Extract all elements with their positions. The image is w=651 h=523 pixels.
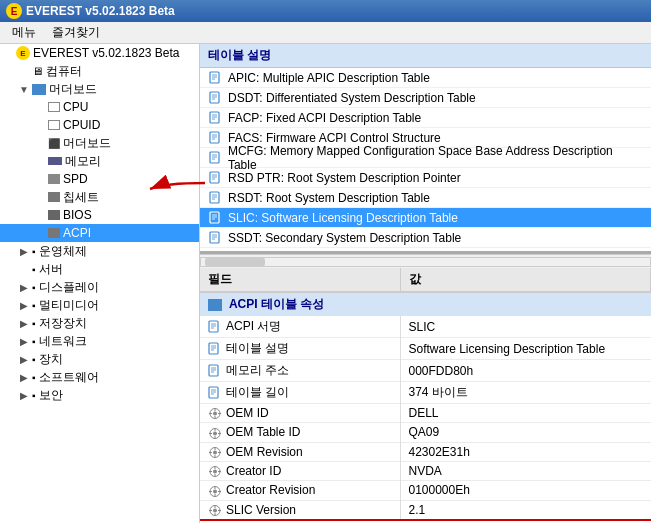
tree-label-os: 운영체제 (39, 243, 87, 260)
prop-field-oem-revision: OEM Revision (200, 442, 400, 461)
tree-item-os[interactable]: ▶▪운영체제 (0, 242, 199, 260)
properties-table: 필드 값 ACPI 테이블 속성 ACPI 서명 SLIC 테이블 (200, 268, 651, 521)
tree-item-multimedia[interactable]: ▶▪멀티미디어 (0, 296, 199, 314)
tree-item-motherboard-root[interactable]: ▼머더보드 (0, 80, 199, 98)
tree-item-display[interactable]: ▶▪디스플레이 (0, 278, 199, 296)
doc-icon (208, 91, 224, 105)
table-list-item-ssdt[interactable]: SSDT: Secondary System Description Table (200, 228, 651, 248)
prop-value-oem-id: DELL (400, 404, 651, 423)
doc-icon (208, 111, 224, 125)
table-list-item-label: FACP: Fixed ACPI Description Table (228, 111, 421, 125)
title-text: EVEREST v5.02.1823 Beta (26, 4, 175, 18)
tree-label-computer: 컴퓨터 (46, 63, 82, 80)
tree-item-server[interactable]: ▪서버 (0, 260, 199, 278)
tree-label-chipset: 칩세트 (63, 189, 99, 206)
table-list-item-label: APIC: Multiple APIC Description Table (228, 71, 430, 85)
prop-row-slic-version[interactable]: SLIC Version 2.1 (200, 500, 651, 520)
tree-item-bios[interactable]: BIOS (0, 206, 199, 224)
prop-field-table-len: 테이블 길이 (200, 382, 400, 404)
table-list-item-label: SLIC: Software Licensing Description Tab… (228, 211, 458, 225)
prop-row-creator-id[interactable]: Creator ID NVDA (200, 461, 651, 480)
tree-item-cpu[interactable]: CPU (0, 98, 199, 116)
tree-item-acpi[interactable]: ACPI (0, 224, 199, 242)
prop-value-table-len: 374 바이트 (400, 382, 651, 404)
doc-icon (208, 191, 224, 205)
prop-row-oem-revision[interactable]: OEM Revision 42302E31h (200, 442, 651, 461)
prop-row-oem-id[interactable]: OEM ID DELL (200, 404, 651, 423)
tree-label-memory: 메모리 (65, 153, 101, 170)
prop-row-acpi-sig[interactable]: ACPI 서명 SLIC (200, 316, 651, 338)
left-tree-panel: EEVEREST v5.02.1823 Beta🖥컴퓨터▼머더보드CPUCPUI… (0, 44, 200, 523)
tree-label-motherboard: 머더보드 (63, 135, 111, 152)
prop-field-mem-addr: 메모리 주소 (200, 360, 400, 382)
tree-label-device: 장치 (39, 351, 63, 368)
prop-row-table-len[interactable]: 테이블 길이 374 바이트 (200, 382, 651, 404)
tree-label-multimedia: 멀티미디어 (39, 297, 99, 314)
table-list-item-label: DSDT: Differentiated System Description … (228, 91, 476, 105)
prop-value-creator-id: NVDA (400, 461, 651, 480)
tree-toggle-security: ▶ (16, 390, 32, 401)
table-list-item-mcfg[interactable]: MCFG: Memory Mapped Configuration Space … (200, 148, 651, 168)
prop-row-creator-revision[interactable]: Creator Revision 0100000Eh (200, 481, 651, 500)
tree-item-security[interactable]: ▶▪보안 (0, 386, 199, 404)
table-list-item-slic[interactable]: SLIC: Software Licensing Description Tab… (200, 208, 651, 228)
svg-rect-8 (210, 112, 219, 123)
prop-row-oem-table-id[interactable]: OEM Table ID QA09 (200, 423, 651, 442)
horizontal-scrollbar[interactable] (200, 254, 651, 268)
tree-item-computer[interactable]: 🖥컴퓨터 (0, 62, 199, 80)
prop-value-slic-version: 2.1 (400, 500, 651, 520)
tree-item-cpuid[interactable]: CPUID (0, 116, 199, 134)
prop-value-mem-addr: 000FDD80h (400, 360, 651, 382)
tree-item-software[interactable]: ▶▪소프트웨어 (0, 368, 199, 386)
doc-icon (208, 211, 224, 225)
doc-icon (208, 71, 224, 85)
prop-field-slic-version: SLIC Version (200, 500, 400, 520)
tree-item-device[interactable]: ▶▪장치 (0, 350, 199, 368)
tree-label-software: 소프트웨어 (39, 369, 99, 386)
tree-item-motherboard[interactable]: ⬛머더보드 (0, 134, 199, 152)
table-list-item-dsdt[interactable]: DSDT: Differentiated System Description … (200, 88, 651, 108)
tree-item-network[interactable]: ▶▪네트워크 (0, 332, 199, 350)
properties-panel: 필드 값 ACPI 테이블 속성 ACPI 서명 SLIC 테이블 (200, 268, 651, 523)
menu-favorites[interactable]: 즐겨찾기 (44, 22, 108, 43)
prop-row-mem-addr[interactable]: 메모리 주소 000FDD80h (200, 360, 651, 382)
tree-item-storage[interactable]: ▶▪저장장치 (0, 314, 199, 332)
prop-row-table-desc[interactable]: 테이블 설명 Software Licensing Description Ta… (200, 338, 651, 360)
svg-point-83 (213, 508, 217, 512)
menu-menu[interactable]: 메뉴 (4, 22, 44, 43)
tree-label-motherboard-root: 머더보드 (49, 81, 97, 98)
tree-item-everest[interactable]: EEVEREST v5.02.1823 Beta (0, 44, 199, 62)
prop-value-creator-revision: 0100000Eh (400, 481, 651, 500)
doc-icon (208, 131, 224, 145)
tree-label-cpu: CPU (63, 100, 88, 114)
tree-item-chipset[interactable]: 칩세트 (0, 188, 199, 206)
table-list-item-apic[interactable]: APIC: Multiple APIC Description Table (200, 68, 651, 88)
svg-rect-20 (210, 172, 219, 183)
svg-point-53 (213, 412, 217, 416)
tree-toggle-multimedia: ▶ (16, 300, 32, 311)
tree-toggle-storage: ▶ (16, 318, 32, 329)
prop-field-acpi-sig: ACPI 서명 (200, 316, 400, 338)
title-bar: E EVEREST v5.02.1823 Beta (0, 0, 651, 22)
prop-field-oem-table-id: OEM Table ID (200, 423, 400, 442)
table-list-item-label: FACS: Firmware ACPI Control Structure (228, 131, 441, 145)
field-column-header: 필드 (200, 268, 400, 292)
svg-rect-0 (210, 72, 219, 83)
table-list-item-rsdt[interactable]: RSDT: Root System Description Table (200, 188, 651, 208)
prop-value-table-desc: Software Licensing Description Table (400, 338, 651, 360)
table-list-item-label: RSDT: Root System Description Table (228, 191, 430, 205)
prop-value-oem-table-id: QA09 (400, 423, 651, 442)
doc-icon (208, 231, 224, 245)
tree-item-memory[interactable]: 메모리 (0, 152, 199, 170)
table-list-item-facp[interactable]: FACP: Fixed ACPI Description Table (200, 108, 651, 128)
svg-rect-48 (209, 387, 218, 398)
tree-toggle-device: ▶ (16, 354, 32, 365)
svg-rect-4 (210, 92, 219, 103)
table-list: APIC: Multiple APIC Description Table DS… (200, 68, 651, 248)
tree-toggle-software: ▶ (16, 372, 32, 383)
tree-item-spd[interactable]: SPD (0, 170, 199, 188)
tree-label-acpi: ACPI (63, 226, 91, 240)
tree-label-network: 네트워크 (39, 333, 87, 350)
svg-point-59 (213, 431, 217, 435)
prop-field-creator-revision: Creator Revision (200, 481, 400, 500)
